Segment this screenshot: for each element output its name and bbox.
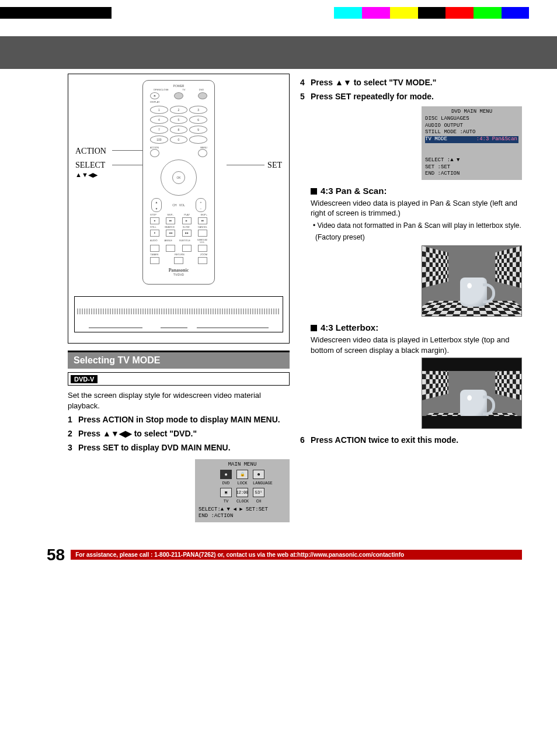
osd-label: TV [220, 499, 232, 504]
format-badge: DVD-V [71, 375, 98, 383]
step-text: Press SET to display DVD MAIN MENU. [78, 442, 231, 453]
callout-set: SET [267, 161, 282, 170]
osd-line: DISC LANGUAGES [425, 116, 518, 123]
step-text: Press ▲▼ to select "TV MODE." [311, 77, 436, 88]
pan-scan-block: 4:3 Pan & Scan: Widescreen video data is… [300, 186, 522, 429]
mode-note: Video data not formatted in Pan & Scan w… [311, 221, 522, 230]
header-band [0, 36, 557, 69]
osd-line: STILL MODE :AUTO [425, 129, 518, 136]
section-intro: Set the screen display style for widescr… [68, 390, 290, 411]
osd-footer: END :ACTION [425, 171, 518, 178]
callout-select-arrows: ▲▼◀▶ [75, 171, 98, 178]
osd-label: DVD [220, 481, 232, 486]
leader-line [227, 165, 264, 166]
language-icon: ☻ [253, 470, 264, 479]
left-column: ACTION SELECT ▲▼◀▶ SET POWER OPEN/CLOSET… [68, 74, 290, 522]
osd-footer: SELECT:▲ ▼ ◀ ▶ SET:SET [199, 507, 286, 514]
factory-preset: (Factory preset) [315, 233, 522, 242]
panscan-illustration [422, 245, 522, 317]
steps-right-bottom: 6Press ACTION twice to exit this mode. [300, 435, 522, 445]
osd-footer: SELECT :▲ ▼ [425, 157, 518, 164]
tv-icon: ▣ [220, 488, 232, 497]
osd-label: CLOCK [236, 499, 248, 504]
osd-footer: SET :SET [425, 164, 518, 171]
step-text: Press ACTION in Stop mode to display MAI… [78, 414, 280, 425]
remote-brand: Panasonic [147, 268, 211, 273]
section-title: Selecting TV MODE [68, 351, 290, 369]
clock-icon: 12:00 [236, 488, 248, 497]
osd-label: LANGUAGE [253, 481, 264, 486]
step-number: 3 [68, 442, 78, 453]
osd-hl-label: TV MODE [425, 136, 447, 142]
mode-title-panscan: 4:3 Pan & Scan: [311, 186, 522, 196]
osd-title: DVD MAIN MENU [425, 109, 518, 116]
steps-right-top: 4Press ▲▼ to select "TV MODE." 5Press SE… [300, 77, 522, 102]
remote-illustration: ACTION SELECT ▲▼◀▶ SET POWER OPEN/CLOSET… [68, 74, 290, 344]
mode-body: Widescreen video data is played in Pan &… [311, 198, 522, 219]
assistance-banner: For assistance, please call : 1-800-211-… [71, 550, 522, 560]
step-number: 5 [300, 91, 311, 102]
mode-title-letterbox: 4:3 Letterbox: [311, 322, 522, 332]
dvd-icon: ◉ [220, 470, 232, 479]
player-unit-illustration [74, 296, 283, 332]
format-badge-box: DVD-V [68, 372, 290, 386]
osd-footer: END :ACTION [199, 513, 286, 520]
osd-hl-value: :4:3 Pan&Scan [476, 136, 518, 143]
steps-left: 1Press ACTION in Stop mode to display MA… [68, 414, 290, 453]
manual-page: ACTION SELECT ▲▼◀▶ SET POWER OPEN/CLOSET… [0, 7, 557, 588]
remote-body: POWER OPEN/CLOSETVDVD ⏏ DISPLAY 123 456 … [142, 80, 215, 285]
step-number: 6 [300, 435, 311, 445]
dpad [161, 159, 197, 196]
mode-body: Widescreen video data is played in Lette… [311, 335, 522, 355]
osd-line-highlight: TV MODE:4:3 Pan&Scan [425, 136, 518, 143]
calibration-bar [0, 7, 557, 19]
step-text: Press ▲▼◀▶ to select "DVD." [78, 428, 197, 439]
osd-title: MAIN MENU [199, 462, 286, 469]
callout-select: SELECT ▲▼◀▶ [75, 161, 105, 179]
step-number: 4 [300, 77, 311, 88]
main-menu-osd: MAIN MENU ◉ 🔒 ☻ DVD LOCK LANGUAGE ▣ 12:0… [195, 459, 290, 522]
lock-icon: 🔒 [236, 470, 248, 479]
ch-icon: 53¹ [253, 488, 264, 497]
right-column: 4Press ▲▼ to select "TV MODE." 5Press SE… [300, 74, 522, 522]
remote-brand-sub: TV/DVD [147, 273, 211, 276]
step-text: Press SET repeatedly for mode. [311, 91, 434, 102]
dvd-main-menu-osd: DVD MAIN MENU DISC LANGUAGES AUDIO OUTPU… [422, 106, 522, 180]
letterbox-illustration [422, 358, 522, 429]
osd-label: LOCK [236, 481, 248, 486]
page-number: 58 [47, 546, 65, 564]
step-number: 2 [68, 428, 78, 439]
step-number: 1 [68, 414, 78, 425]
content-columns: ACTION SELECT ▲▼◀▶ SET POWER OPEN/CLOSET… [0, 74, 557, 522]
callout-select-text: SELECT [75, 161, 105, 169]
osd-line: AUDIO OUTPUT [425, 123, 518, 130]
page-footer: 58 For assistance, please call : 1-800-2… [47, 546, 522, 564]
osd-label: CH [253, 499, 264, 504]
callout-action: ACTION [75, 147, 106, 156]
step-text: Press ACTION twice to exit this mode. [311, 435, 458, 445]
